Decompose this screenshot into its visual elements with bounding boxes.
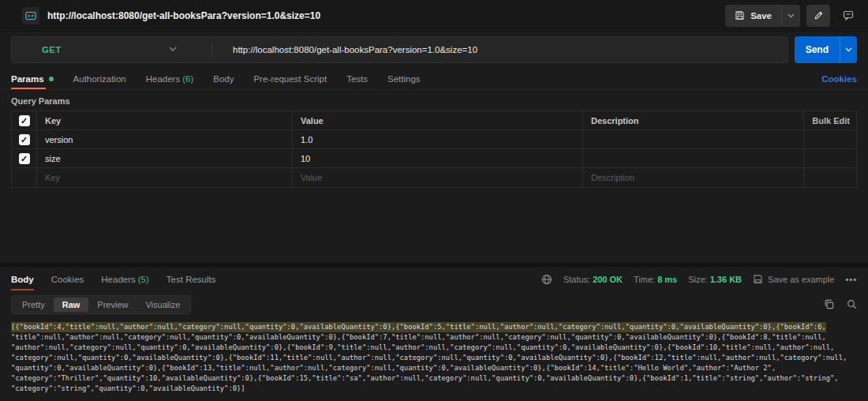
chevron-down-icon	[788, 13, 795, 18]
send-button[interactable]: Send	[795, 36, 840, 63]
param-value-placeholder[interactable]: Value	[293, 168, 583, 187]
cookies-link[interactable]: Cookies	[821, 74, 857, 84]
param-actions-cell	[804, 149, 856, 167]
column-header-value: Value	[293, 111, 583, 129]
query-params-table: ✓ Key Value Description ••• Bulk Edit ✓ …	[11, 111, 857, 188]
url-input[interactable]: http://localhost:8080/get-all-booksPara?…	[212, 45, 788, 54]
save-button[interactable]: Save	[725, 5, 781, 27]
size-badge: Size:1.36 KB	[688, 275, 742, 284]
param-key-placeholder[interactable]: Key	[37, 168, 293, 187]
request-tabs: Params Authorization Headers(6) Body Pre…	[0, 68, 868, 90]
column-header-description: Description	[583, 111, 804, 129]
globe-icon[interactable]	[541, 274, 552, 285]
tab-tests[interactable]: Tests	[346, 68, 368, 89]
response-headers-count: (5)	[138, 275, 149, 284]
edit-name-button[interactable]	[806, 5, 830, 27]
table-placeholder-row: Key Value Description	[12, 168, 856, 187]
table-header-row: ✓ Key Value Description ••• Bulk Edit	[12, 111, 856, 130]
url-box: GET http://localhost:8080/get-all-booksP…	[11, 36, 788, 63]
query-params-label: Query Params	[0, 90, 868, 111]
view-tab-preview[interactable]: Preview	[88, 298, 137, 312]
response-tab-body[interactable]: Body	[11, 267, 34, 292]
param-actions-cell	[804, 130, 856, 148]
raw-line-selected: [{"bookId":4,"title":null,"author":null,…	[11, 322, 826, 332]
response-tabs: Body Cookies Headers(5) Test Results Sta…	[0, 267, 868, 292]
raw-line: "category":null,"quantity":0,"availableQ…	[11, 353, 857, 363]
param-value-cell[interactable]: 1.0	[293, 130, 583, 148]
tab-body[interactable]: Body	[213, 68, 234, 89]
request-pane-filler	[0, 188, 868, 263]
row-checkbox[interactable]: ✓	[19, 153, 30, 164]
save-as-example-button[interactable]: Save as example	[753, 274, 834, 284]
param-description-cell[interactable]	[583, 149, 804, 167]
tab-headers[interactable]: Headers(6)	[146, 68, 194, 89]
view-tab-visualize[interactable]: Visualize	[137, 298, 189, 312]
send-options-button[interactable]	[840, 36, 857, 63]
save-options-button[interactable]	[781, 5, 800, 27]
response-tab-cookies[interactable]: Cookies	[51, 267, 84, 292]
request-url-row: GET http://localhost:8080/get-all-booksP…	[0, 32, 868, 68]
response-view-actions	[824, 299, 857, 309]
response-view-tabs: Pretty Raw Preview Visualize	[11, 295, 191, 314]
tab-authorization[interactable]: Authorization	[73, 68, 126, 89]
chevron-down-icon	[169, 47, 177, 52]
raw-line: "title":null,"author":null,"category":nu…	[11, 332, 857, 343]
send-split-button: Send	[795, 36, 857, 63]
pencil-icon	[814, 10, 824, 21]
comments-button[interactable]	[836, 5, 860, 27]
bulk-edit-button[interactable]: Bulk Edit	[812, 116, 850, 126]
search-icon[interactable]	[847, 299, 857, 309]
response-more-options-button[interactable]: •••	[845, 275, 857, 284]
params-modified-dot	[49, 77, 54, 81]
param-description-cell[interactable]	[583, 130, 804, 148]
response-tab-headers[interactable]: Headers(5)	[101, 267, 149, 292]
select-all-checkbox[interactable]: ✓	[19, 115, 30, 126]
row-checkbox[interactable]: ✓	[19, 134, 30, 145]
view-tab-raw[interactable]: Raw	[54, 298, 89, 312]
table-row: ✓ version 1.0	[12, 130, 856, 149]
time-badge: Time:8 ms	[634, 275, 677, 284]
table-row: ✓ size 10	[12, 149, 856, 168]
copy-icon[interactable]	[824, 299, 834, 309]
title-bar-actions: Save	[725, 5, 860, 27]
response-view-row: Pretty Raw Preview Visualize	[0, 292, 868, 317]
method-label: GET	[12, 45, 62, 54]
raw-line: "category":"Thriller","quantity":10,"ava…	[11, 373, 857, 384]
response-meta: Status:200 OK Time:8 ms Size:1.36 KB Sav…	[541, 274, 857, 285]
column-header-key: Key	[37, 111, 293, 129]
request-title: http://localhost:8080/get-all-booksPara?…	[47, 10, 716, 21]
raw-line: "author":null,"category":null,"quantity"…	[11, 343, 857, 353]
response-raw-body[interactable]: [{"bookId":4,"title":null,"author":null,…	[0, 317, 868, 401]
param-value-cell[interactable]: 10	[293, 149, 583, 167]
param-description-placeholder[interactable]: Description	[583, 168, 804, 187]
tab-params[interactable]: Params	[11, 68, 54, 89]
raw-line: "quantity":0,"availableQuantity":0},{"bo…	[11, 363, 857, 373]
view-tab-pretty[interactable]: Pretty	[13, 298, 54, 312]
raw-line: "category":"string","quantity":0,"availa…	[11, 384, 857, 394]
chevron-down-icon	[845, 47, 852, 52]
save-icon	[753, 274, 763, 284]
request-title-bar: http://localhost:8080/get-all-booksPara?…	[0, 0, 868, 32]
postman-app: { "header": { "title": "http://localhost…	[0, 0, 868, 401]
status-badge: Status:200 OK	[563, 275, 623, 284]
method-dropdown[interactable]: GET	[12, 37, 211, 62]
tab-pre-request-script[interactable]: Pre-request Script	[253, 68, 327, 89]
param-key-cell[interactable]: version	[37, 130, 293, 148]
param-key-cell[interactable]: size	[37, 149, 293, 167]
response-tab-test-results[interactable]: Test Results	[166, 267, 216, 292]
http-request-icon	[22, 7, 39, 24]
save-icon	[735, 10, 745, 21]
headers-count: (6)	[182, 74, 193, 84]
tab-settings[interactable]: Settings	[387, 68, 421, 89]
comment-icon	[843, 10, 854, 21]
